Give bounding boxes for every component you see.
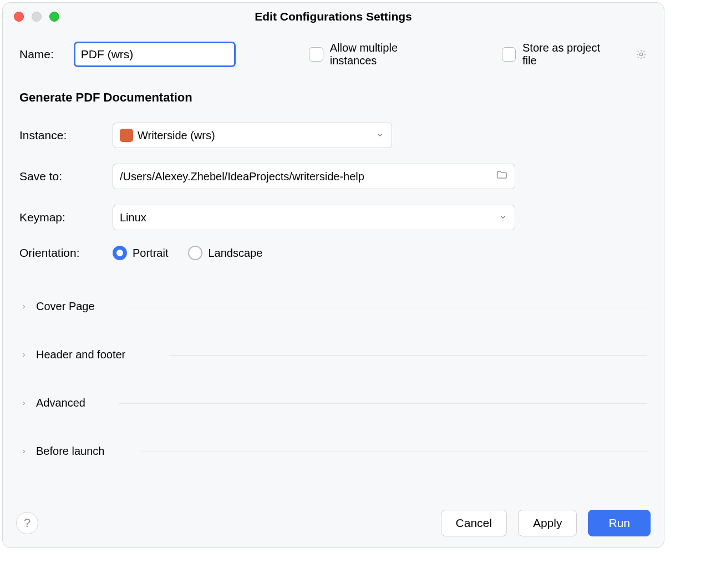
name-label: Name:: [19, 48, 54, 61]
dialog-content: Name: Allow multiple instances Store as …: [3, 31, 664, 475]
save-to-value: /Users/Alexey.Zhebel/IdeaProjects/writer…: [120, 170, 364, 183]
chevron-right-icon: [19, 400, 28, 407]
chevron-right-icon: [19, 303, 28, 310]
keymap-label: Keymap:: [19, 211, 113, 224]
section-cover-page[interactable]: Cover Page: [19, 282, 647, 331]
section-advanced-label: Advanced: [36, 397, 85, 409]
orientation-landscape-label: Landscape: [208, 247, 262, 260]
section-header-footer-label: Header and footer: [36, 348, 125, 361]
keymap-value: Linux: [120, 211, 146, 224]
orientation-portrait-radio[interactable]: [113, 246, 127, 260]
orientation-label: Orientation:: [19, 246, 113, 260]
allow-multiple-instances-checkbox[interactable]: [309, 47, 323, 62]
chevron-down-icon: [499, 211, 507, 224]
save-to-input[interactable]: /Users/Alexey.Zhebel/IdeaProjects/writer…: [113, 164, 515, 189]
orientation-landscape-option[interactable]: Landscape: [188, 246, 262, 260]
instance-label: Instance:: [19, 129, 113, 142]
window-title: Edit Configurations Settings: [255, 10, 412, 23]
chevron-down-icon: [376, 129, 384, 142]
section-before-launch[interactable]: Before launch: [19, 427, 647, 475]
orientation-landscape-radio[interactable]: [188, 246, 202, 260]
section-advanced[interactable]: Advanced: [19, 379, 647, 427]
name-input[interactable]: [74, 42, 236, 67]
instance-value: Writerside (wrs): [138, 129, 215, 142]
dialog-footer: ? Cancel Apply Run: [3, 500, 664, 548]
window-controls: [14, 12, 59, 22]
form-grid: Instance: Writerside (wrs) Save to: /Use…: [19, 123, 647, 260]
edit-configurations-window: Edit Configurations Settings Name: Allow…: [2, 2, 664, 548]
folder-icon[interactable]: [496, 169, 508, 184]
titlebar: Edit Configurations Settings: [3, 3, 664, 31]
store-as-project-file-checkbox[interactable]: [502, 47, 516, 62]
keymap-combobox[interactable]: Linux: [113, 205, 515, 230]
apply-button[interactable]: Apply: [518, 510, 577, 536]
allow-multiple-instances-option[interactable]: Allow multiple instances: [309, 42, 445, 67]
minimize-window-button[interactable]: [32, 12, 42, 22]
svg-point-0: [640, 53, 643, 55]
store-as-project-file-option[interactable]: Store as project file: [502, 42, 616, 67]
close-window-button[interactable]: [14, 12, 24, 22]
name-row: Name: Allow multiple instances Store as …: [19, 42, 647, 67]
section-before-launch-label: Before launch: [36, 445, 104, 458]
orientation-radio-group: Portrait Landscape: [113, 246, 647, 260]
section-header-footer[interactable]: Header and footer: [19, 331, 647, 379]
chevron-right-icon: [19, 448, 28, 455]
zoom-window-button[interactable]: [49, 12, 59, 22]
section-cover-page-label: Cover Page: [36, 300, 95, 313]
gear-icon[interactable]: [635, 48, 647, 60]
allow-multiple-instances-label: Allow multiple instances: [330, 42, 445, 67]
instance-icon: [120, 129, 133, 142]
cancel-button[interactable]: Cancel: [441, 510, 507, 536]
collapsible-sections: Cover Page Header and footer Advanced: [19, 282, 647, 475]
save-to-label: Save to:: [19, 170, 113, 183]
chevron-right-icon: [19, 352, 28, 358]
help-button[interactable]: ?: [16, 512, 38, 534]
orientation-portrait-label: Portrait: [133, 247, 168, 260]
store-as-project-file-label: Store as project file: [522, 42, 615, 67]
section-heading: Generate PDF Documentation: [19, 90, 647, 105]
orientation-portrait-option[interactable]: Portrait: [113, 246, 168, 260]
help-icon: ?: [24, 516, 31, 530]
instance-combobox[interactable]: Writerside (wrs): [113, 123, 392, 148]
run-button[interactable]: Run: [588, 510, 651, 536]
